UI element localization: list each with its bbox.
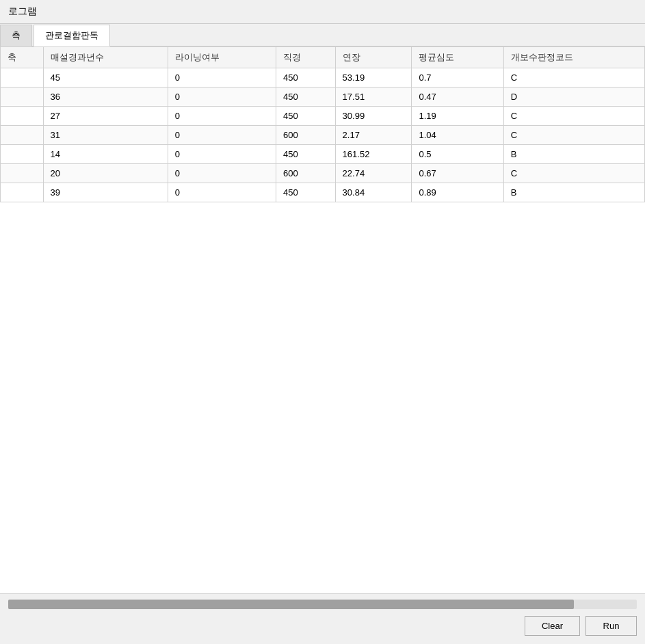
cell-col4-row2: 30.99 — [335, 107, 412, 126]
cell-col1-row0: 45 — [43, 68, 168, 88]
cell-col0-row3 — [1, 126, 44, 145]
col-header-6: 개보수판정코드 — [503, 47, 644, 68]
cell-col5-row4: 0.5 — [412, 145, 503, 164]
cell-col2-row3: 0 — [168, 126, 276, 145]
cell-col2-row4: 0 — [168, 145, 276, 164]
title-label: 로그램 — [8, 5, 37, 16]
tab-관로결함판독[interactable]: 관로결함판독 — [34, 25, 110, 46]
tab-bar: 측 관로결함판독 — [0, 24, 645, 46]
cell-col4-row5: 22.74 — [335, 164, 412, 183]
cell-col0-row1 — [1, 88, 44, 107]
cell-col6-row2: C — [503, 107, 644, 126]
cell-col6-row5: C — [503, 164, 644, 183]
cell-col1-row5: 20 — [43, 164, 168, 183]
cell-col2-row0: 0 — [168, 68, 276, 88]
cell-col6-row6: B — [503, 183, 644, 202]
cell-col3-row3: 600 — [276, 126, 336, 145]
table-row: 140450161.520.5B — [1, 145, 645, 164]
cell-col3-row2: 450 — [276, 107, 336, 126]
col-header-1: 매설경과년수 — [43, 47, 168, 68]
col-header-5: 평균심도 — [412, 47, 503, 68]
cell-col5-row6: 0.89 — [412, 183, 503, 202]
cell-col4-row6: 30.84 — [335, 183, 412, 202]
cell-col3-row4: 450 — [276, 145, 336, 164]
table-header-row: 축 매설경과년수 라이닝여부 직경 연장 평균심도 개보수판정코 — [1, 47, 645, 68]
cell-col1-row4: 14 — [43, 145, 168, 164]
table-row: 39045030.840.89B — [1, 183, 645, 202]
cell-col1-row3: 31 — [43, 126, 168, 145]
cell-col1-row2: 27 — [43, 107, 168, 126]
table-row: 45045053.190.7C — [1, 68, 645, 88]
table-row: 20060022.740.67C — [1, 164, 645, 183]
cell-col6-row1: D — [503, 88, 644, 107]
cell-col4-row1: 17.51 — [335, 88, 412, 107]
title-bar: 로그램 — [0, 0, 645, 24]
table-row: 36045017.510.47D — [1, 88, 645, 107]
content-area: 축 매설경과년수 라이닝여부 직경 연장 평균심도 개보수판정코 — [0, 46, 645, 593]
cell-col6-row4: B — [503, 145, 644, 164]
cell-col0-row0 — [1, 68, 44, 88]
cell-col4-row4: 161.52 — [335, 145, 412, 164]
cell-col5-row3: 1.04 — [412, 126, 503, 145]
bottom-bar: Clear Run — [0, 593, 645, 644]
cell-col3-row5: 600 — [276, 164, 336, 183]
scrollbar-area[interactable] — [8, 600, 637, 609]
col-header-2: 라이닝여부 — [168, 47, 276, 68]
cell-col6-row0: C — [503, 68, 644, 88]
cell-col2-row5: 0 — [168, 164, 276, 183]
data-table: 축 매설경과년수 라이닝여부 직경 연장 평균심도 개보수판정코 — [0, 46, 645, 202]
col-header-3: 직경 — [276, 47, 336, 68]
cell-col0-row6 — [1, 183, 44, 202]
cell-col1-row1: 36 — [43, 88, 168, 107]
cell-col4-row0: 53.19 — [335, 68, 412, 88]
cell-col5-row0: 0.7 — [412, 68, 503, 88]
cell-col5-row1: 0.47 — [412, 88, 503, 107]
table-row: 3106002.171.04C — [1, 126, 645, 145]
cell-col2-row2: 0 — [168, 107, 276, 126]
cell-col4-row3: 2.17 — [335, 126, 412, 145]
col-header-0: 축 — [1, 47, 44, 68]
cell-col0-row4 — [1, 145, 44, 164]
cell-col2-row6: 0 — [168, 183, 276, 202]
cell-col6-row3: C — [503, 126, 644, 145]
col-header-4: 연장 — [335, 47, 412, 68]
clear-button[interactable]: Clear — [525, 616, 580, 636]
cell-col5-row5: 0.67 — [412, 164, 503, 183]
table-row: 27045030.991.19C — [1, 107, 645, 126]
button-row: Clear Run — [8, 613, 637, 639]
cell-col3-row1: 450 — [276, 88, 336, 107]
cell-col5-row2: 1.19 — [412, 107, 503, 126]
cell-col1-row6: 39 — [43, 183, 168, 202]
cell-col0-row5 — [1, 164, 44, 183]
cell-col2-row1: 0 — [168, 88, 276, 107]
cell-col3-row6: 450 — [276, 183, 336, 202]
run-button[interactable]: Run — [585, 616, 637, 636]
cell-col3-row0: 450 — [276, 68, 336, 88]
scrollbar-thumb[interactable] — [8, 600, 574, 609]
cell-col0-row2 — [1, 107, 44, 126]
tab-측[interactable]: 측 — [0, 25, 32, 46]
